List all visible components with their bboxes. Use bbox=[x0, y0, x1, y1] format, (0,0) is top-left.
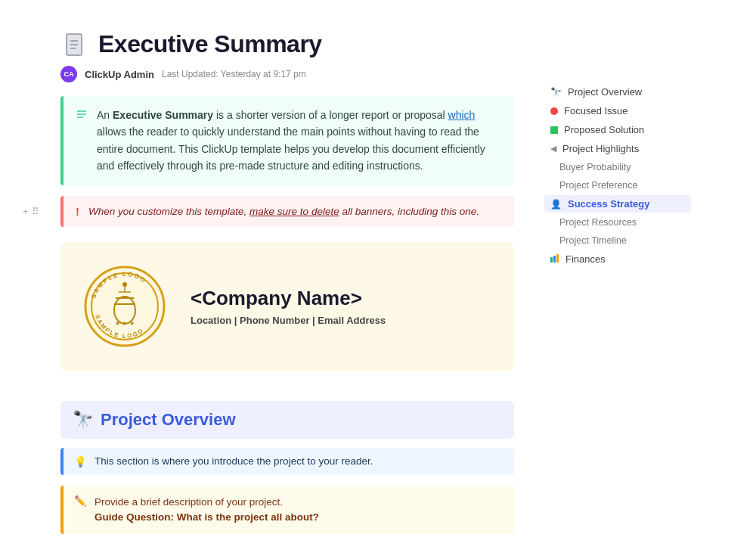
section-header: 🔭 Project Overview bbox=[60, 401, 514, 439]
green-square-icon bbox=[550, 126, 558, 134]
sidebar-item-project-preference[interactable]: Project Preference bbox=[544, 177, 691, 194]
page-title: Executive Summary bbox=[98, 30, 322, 58]
sidebar-label-buyer-probability: Buyer Probability bbox=[559, 162, 631, 172]
sidebar-item-project-resources[interactable]: Project Resources bbox=[544, 214, 691, 231]
sample-logo: ★ ★ ★ SAMPLE LOGO SAMPLE LOGO bbox=[83, 265, 166, 348]
note-box-yellow: ✏️ Provide a brief description of your p… bbox=[60, 486, 514, 535]
company-info: <Company Name> Location | Phone Number |… bbox=[191, 287, 386, 326]
guide-label: Provide a brief description of your proj… bbox=[94, 496, 283, 508]
sidebar-label-success-strategy: Success Strategy bbox=[568, 198, 649, 210]
note-text: This section is where you introduce the … bbox=[94, 455, 373, 467]
warning-icon: ! bbox=[76, 205, 79, 218]
lines-icon bbox=[76, 108, 88, 125]
pencil-icon: ✏️ bbox=[74, 495, 87, 507]
avatar: CA bbox=[60, 66, 77, 82]
drag-icon[interactable]: ⠿ bbox=[32, 206, 39, 217]
sidebar-item-finances[interactable]: Finances bbox=[544, 250, 691, 268]
red-dot-icon bbox=[550, 107, 558, 115]
sidebar-label-project-highlights: Project Highlights bbox=[562, 143, 639, 154]
sidebar-item-proposed-solution[interactable]: Proposed Solution bbox=[544, 121, 691, 138]
guide-body: Provide a brief description of your proj… bbox=[94, 495, 319, 526]
telescope-icon: 🔭 bbox=[550, 87, 562, 98]
author-name: ClickUp Admin bbox=[85, 69, 154, 80]
svg-text:★ ★ ★: ★ ★ ★ bbox=[115, 320, 134, 327]
company-name: <Company Name> bbox=[191, 287, 386, 310]
sidebar-item-focused-issue[interactable]: Focused Issue bbox=[544, 102, 691, 120]
section-title: Project Overview bbox=[101, 410, 236, 430]
plus-icon[interactable]: + bbox=[23, 206, 29, 217]
svg-rect-19 bbox=[550, 257, 553, 262]
warning-box: ! When you customize this template, make… bbox=[60, 196, 514, 227]
note-box-blue: 💡 This section is where you introduce th… bbox=[60, 448, 514, 475]
bar-chart-icon bbox=[550, 253, 559, 265]
last-updated: Last Updated: Yesterday at 9:17 pm bbox=[162, 69, 306, 79]
sidebar-label-project-preference: Project Preference bbox=[559, 180, 638, 191]
company-meta: Location | Phone Number | Email Address bbox=[191, 315, 386, 326]
sidebar-item-project-highlights[interactable]: ◀ Project Highlights bbox=[544, 140, 691, 157]
meta-row: CA ClickUp Admin Last Updated: Yesterday… bbox=[60, 66, 514, 82]
guide-question: Guide Question: What is the project all … bbox=[94, 511, 319, 523]
document-icon bbox=[60, 31, 88, 58]
sidebar-item-project-overview[interactable]: 🔭 Project Overview bbox=[544, 83, 691, 101]
telescope-emoji: 🔭 bbox=[73, 410, 93, 430]
sidebar-label-project-overview: Project Overview bbox=[568, 86, 642, 98]
arrow-icon: ◀ bbox=[550, 144, 556, 154]
sidebar-item-project-timeline[interactable]: Project Timeline bbox=[544, 232, 691, 249]
info-box-green: An Executive Summary is a shorter versio… bbox=[60, 96, 514, 185]
warning-row: + ⠿ ! When you customize this template, … bbox=[60, 196, 514, 227]
delete-link[interactable]: make sure to delete bbox=[249, 206, 339, 217]
info-text: An Executive Summary is a shorter versio… bbox=[97, 107, 502, 175]
person-icon: 👤 bbox=[550, 199, 562, 210]
sidebar-label-finances: Finances bbox=[565, 253, 606, 265]
lightbulb-icon: 💡 bbox=[74, 455, 87, 467]
which-link[interactable]: which bbox=[448, 109, 476, 121]
title-area: Executive Summary bbox=[60, 30, 514, 58]
company-box: ★ ★ ★ SAMPLE LOGO SAMPLE LOGO <Company N… bbox=[60, 242, 514, 371]
sidebar-label-project-timeline: Project Timeline bbox=[559, 235, 627, 246]
sidebar-label-project-resources: Project Resources bbox=[559, 217, 637, 228]
row-controls: + ⠿ bbox=[23, 206, 39, 217]
sidebar-item-buyer-probability[interactable]: Buyer Probability bbox=[544, 159, 691, 175]
sidebar-label-proposed-solution: Proposed Solution bbox=[564, 124, 644, 135]
svg-point-15 bbox=[122, 282, 127, 287]
sidebar: 🔭 Project Overview Focused Issue Propose… bbox=[544, 0, 703, 556]
svg-rect-20 bbox=[553, 256, 556, 262]
svg-rect-21 bbox=[556, 254, 559, 262]
main-content: Executive Summary CA ClickUp Admin Last … bbox=[0, 0, 544, 556]
sidebar-item-success-strategy[interactable]: 👤 Success Strategy bbox=[544, 195, 691, 213]
warning-text: When you customize this template, make s… bbox=[88, 206, 479, 217]
sidebar-label-focused-issue: Focused Issue bbox=[564, 105, 628, 116]
